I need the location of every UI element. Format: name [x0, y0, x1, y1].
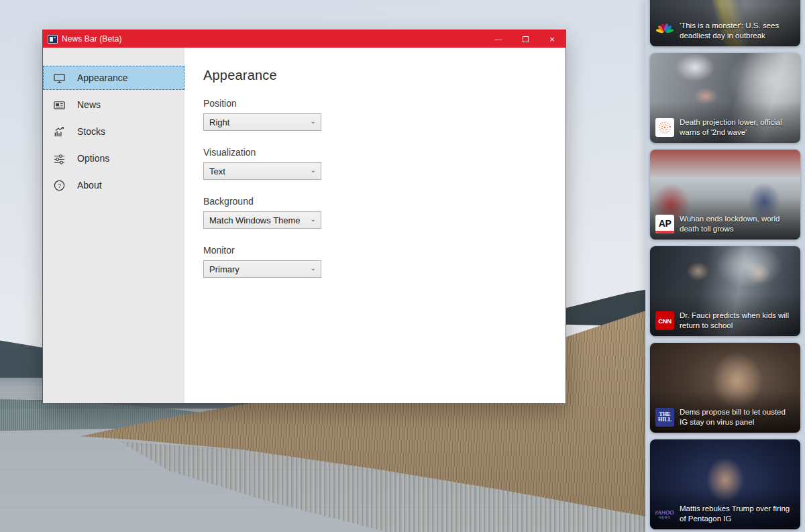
monitor-icon	[53, 72, 66, 85]
visualization-label: Visualization	[203, 147, 566, 158]
news-headline: Death projection lower, official warns o…	[680, 117, 795, 138]
background-dropdown-value: Match Windows Theme	[209, 215, 301, 225]
news-card[interactable]: YAHOO! NEWS Mattis rebukes Trump over fi…	[650, 439, 800, 529]
help-circle-icon: ?	[53, 179, 66, 192]
minimize-button[interactable]: —	[485, 30, 512, 48]
monitor-label: Monitor	[203, 245, 566, 256]
news-card[interactable]: CNN Dr. Fauci predicts when kids will re…	[650, 246, 800, 336]
card-caption: CNN Dr. Fauci predicts when kids will re…	[650, 306, 800, 336]
ap-logo-text: AP	[659, 218, 671, 229]
news-headline: Dr. Fauci predicts when kids will return…	[680, 311, 795, 331]
sidebar-item-news[interactable]: News	[43, 93, 184, 117]
sidebar-nav: Appearance News Stocks	[43, 48, 184, 403]
monitor-dropdown[interactable]: Primary ⌄	[203, 260, 321, 278]
card-caption: AP Wuhan ends lockdown, world death toll…	[650, 209, 800, 240]
visualization-field: Visualization Text ⌄	[203, 147, 566, 180]
sidebar-item-label: Options	[77, 153, 109, 164]
chevron-down-icon: ⌄	[311, 216, 316, 223]
position-dropdown-value: Right	[209, 117, 229, 127]
window-controls: — ×	[485, 30, 566, 48]
position-label: Position	[203, 98, 566, 109]
cnn-logo-text: CNN	[658, 317, 672, 325]
sliders-icon	[53, 152, 66, 165]
reuters-spiral-logo-icon	[655, 118, 674, 137]
sidebar-item-label: Appearance	[77, 72, 128, 83]
maximize-icon	[523, 36, 529, 42]
monitor-field: Monitor Primary ⌄	[203, 245, 566, 278]
visualization-dropdown[interactable]: Text ⌄	[203, 162, 321, 180]
the-hill-logo-icon: THE HILL	[655, 408, 674, 427]
monitor-dropdown-value: Primary	[209, 264, 239, 274]
background-label: Background	[203, 196, 566, 207]
news-headline: Mattis rebukes Trump over firing of Pent…	[680, 504, 795, 525]
cnn-logo-icon: CNN	[655, 311, 674, 330]
news-card[interactable]: THE HILL Dems propose bill to let ousted…	[650, 343, 800, 433]
news-card[interactable]: Death projection lower, official warns o…	[650, 53, 800, 143]
news-card[interactable]: 'This is a monster': U.S. sees deadliest…	[650, 0, 800, 46]
news-bar-panel: 'This is a monster': U.S. sees deadliest…	[645, 0, 805, 532]
position-dropdown[interactable]: Right ⌄	[203, 113, 321, 131]
window-body: Appearance News Stocks	[43, 48, 566, 403]
desktop: News Bar (Beta) — × Appearan	[0, 0, 805, 532]
news-headline: 'This is a monster': U.S. sees deadliest…	[680, 21, 795, 42]
close-icon: ×	[549, 34, 555, 44]
sidebar-item-appearance[interactable]: Appearance	[43, 66, 184, 90]
nbc-peacock-logo-icon	[655, 21, 674, 40]
minimize-icon: —	[495, 35, 502, 43]
sidebar-item-options[interactable]: Options	[43, 146, 184, 170]
page-title: Appearance	[203, 68, 566, 83]
sidebar-item-stocks[interactable]: Stocks	[43, 119, 184, 144]
news-headline: Wuhan ends lockdown, world death toll gr…	[680, 214, 795, 235]
close-button[interactable]: ×	[539, 30, 566, 48]
newspaper-icon	[53, 99, 66, 111]
background-field: Background Match Windows Theme ⌄	[203, 196, 566, 229]
position-field: Position Right ⌄	[203, 98, 566, 131]
svg-text:?: ?	[58, 182, 61, 189]
news-card[interactable]: AP Wuhan ends lockdown, world death toll…	[650, 150, 800, 240]
card-caption: Death projection lower, official warns o…	[650, 113, 800, 143]
yahoo-logo-text: YAHOO!	[655, 509, 674, 516]
chevron-down-icon: ⌄	[311, 265, 316, 272]
ap-logo-icon: AP	[655, 215, 674, 233]
app-icon	[48, 35, 58, 44]
visualization-dropdown-value: Text	[209, 166, 225, 176]
sidebar-item-label: Stocks	[77, 126, 105, 137]
the-hill-logo-text: THE HILL	[657, 412, 673, 423]
window-titlebar[interactable]: News Bar (Beta) — ×	[43, 30, 566, 48]
chevron-down-icon: ⌄	[311, 167, 316, 174]
news-headline: Dems propose bill to let ousted IG stay …	[680, 407, 795, 428]
news-bar-settings-window: News Bar (Beta) — × Appearan	[42, 30, 566, 403]
background-dropdown[interactable]: Match Windows Theme ⌄	[203, 211, 321, 229]
sidebar-item-label: News	[77, 99, 101, 110]
window-title: News Bar (Beta)	[62, 34, 122, 44]
maximize-button[interactable]	[512, 30, 539, 48]
card-caption: 'This is a monster': U.S. sees deadliest…	[650, 16, 800, 46]
appearance-settings-panel: Appearance Position Right ⌄ Visualizatio…	[184, 48, 566, 403]
stocks-chart-icon	[53, 125, 66, 138]
yahoo-logo-subtext: NEWS	[659, 516, 671, 519]
card-caption: YAHOO! NEWS Mattis rebukes Trump over fi…	[650, 499, 800, 529]
card-caption: THE HILL Dems propose bill to let ousted…	[650, 403, 800, 433]
yahoo-news-logo-icon: YAHOO! NEWS	[655, 504, 674, 523]
chevron-down-icon: ⌄	[311, 118, 316, 125]
ap-logo-red-bar	[655, 231, 674, 233]
sidebar-item-about[interactable]: ? About	[43, 173, 184, 197]
sidebar-item-label: About	[77, 180, 102, 191]
